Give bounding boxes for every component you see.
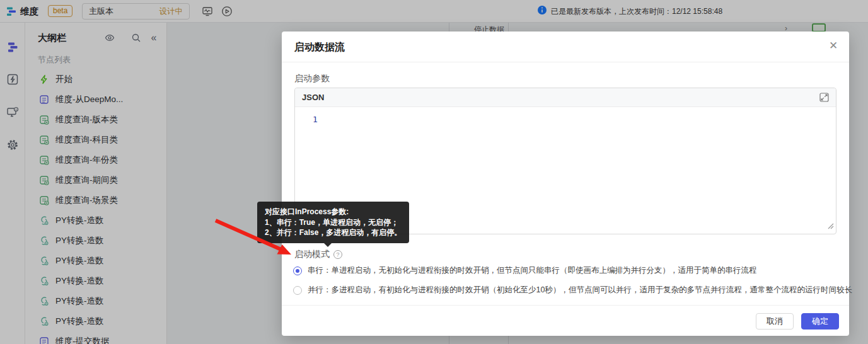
json-editor-header: JSON — [295, 88, 836, 107]
cancel-button[interactable]: 取消 — [756, 313, 794, 330]
radio-serial[interactable] — [293, 267, 302, 275]
confirm-button[interactable]: 确定 — [801, 313, 839, 330]
resize-handle[interactable] — [826, 221, 834, 232]
dialog-title: 启动数据流 — [294, 41, 345, 54]
start-mode-label: 启动模式 — [294, 249, 330, 260]
dialog-footer: 取消 确定 — [756, 313, 839, 330]
parallel-option-text: 并行：多进程启动，有初始化与进程衔接的时效开销（初始化至少10秒），但节点间可以… — [308, 285, 852, 295]
tooltip-line: 2、并行：False，多进程启动，有启停。 — [265, 227, 402, 238]
serial-mode-option[interactable]: 串行：单进程启动，无初始化与进程衔接的时效开销，但节点间只能串行（即使画布上编排… — [293, 265, 843, 276]
help-question-icon[interactable]: ? — [333, 250, 342, 259]
tooltip-line: 对应接口InProcess参数: — [265, 207, 402, 217]
inprocess-tooltip: 对应接口InProcess参数: 1、串行：True，单进程启动，无启停； 2、… — [257, 202, 409, 243]
close-icon[interactable]: ✕ — [827, 40, 840, 52]
parallel-mode-option[interactable]: 并行：多进程启动，有初始化与进程衔接的时效开销（初始化至少10秒），但节点间可以… — [293, 285, 843, 295]
serial-option-text: 串行：单进程启动，无初始化与进程衔接的时效开销，但节点间只能串行（即使画布上编排… — [308, 265, 757, 276]
expand-fullscreen-icon[interactable] — [819, 93, 829, 102]
radio-parallel[interactable] — [293, 286, 302, 295]
divider — [282, 62, 849, 62]
tooltip-line: 1、串行：True，单进程启动，无启停； — [265, 217, 402, 228]
divider — [282, 305, 849, 306]
start-dataflow-dialog: 启动数据流 ✕ 启动参数 JSON 1 启动模式 ? 串行：单 — [282, 32, 849, 336]
editor-language-label: JSON — [302, 93, 324, 102]
app-root: 维度 beta 主版本 设计中 已是最新发布版本，上次发布时间：12/12 15… — [0, 0, 868, 344]
start-mode-row: 启动模式 ? — [294, 249, 342, 260]
editor-line-number: 1 — [313, 115, 318, 124]
start-params-label: 启动参数 — [294, 73, 330, 84]
